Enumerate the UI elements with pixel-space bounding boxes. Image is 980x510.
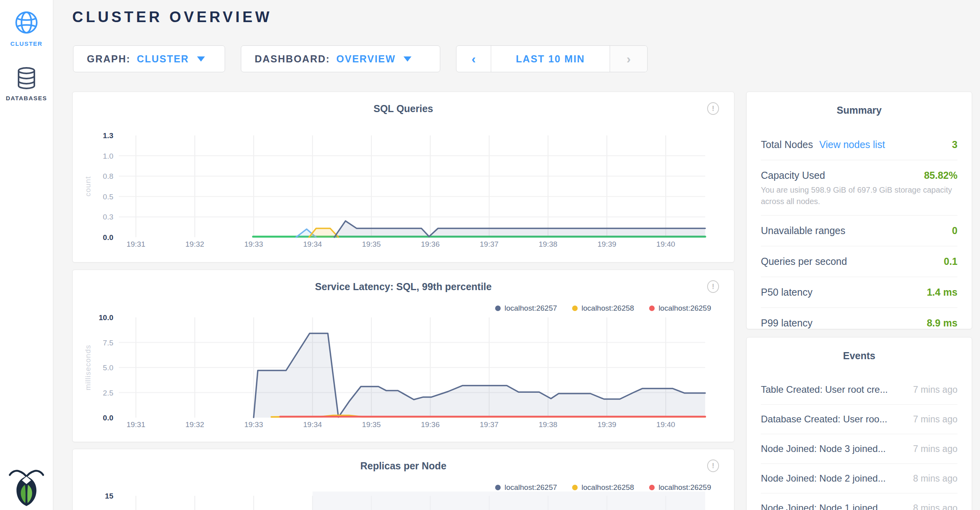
- time-window-selector: ‹ LAST 10 MIN ›: [456, 45, 648, 72]
- chevron-left-icon: ‹: [471, 52, 476, 66]
- svg-text:2.5: 2.5: [103, 389, 113, 397]
- summary-title: Summary: [761, 105, 957, 116]
- time-next-button[interactable]: ›: [610, 46, 647, 72]
- svg-text:0.8: 0.8: [103, 172, 113, 180]
- sidebar-item-label: DATABASES: [0, 95, 53, 101]
- svg-text:19:33: 19:33: [244, 240, 263, 248]
- p50-latency-label: P50 latency: [761, 287, 813, 298]
- replicas-per-node-chart-card: Replicas per Node ! localhost:26257 loca…: [72, 449, 734, 510]
- svg-text:19:31: 19:31: [126, 240, 145, 248]
- graph-dropdown-value: CLUSTER: [137, 53, 189, 65]
- event-text: Node Joined: Node 2 joined...: [761, 473, 886, 484]
- replicas-per-node-chart: 19:3119:3219:3319:3419:3519:3619:3719:38…: [73, 449, 735, 510]
- event-time: 7 mins ago: [913, 384, 957, 395]
- svg-text:count: count: [84, 176, 92, 196]
- summary-row-capacity: Capacity Used 85.82% You are using 598.9…: [761, 160, 957, 216]
- qps-label: Queries per second: [761, 256, 847, 267]
- svg-text:0.3: 0.3: [103, 213, 113, 221]
- svg-text:19:37: 19:37: [480, 240, 499, 248]
- chevron-down-icon: [197, 56, 205, 62]
- svg-text:19:35: 19:35: [362, 240, 381, 248]
- event-text: Database Created: User roo...: [761, 414, 887, 425]
- p50-latency-value: 1.4 ms: [927, 287, 957, 298]
- capacity-used-label: Capacity Used: [761, 170, 825, 181]
- svg-text:19:38: 19:38: [539, 420, 558, 429]
- dashboard-dropdown[interactable]: DASHBOARD: OVERVIEW: [241, 45, 440, 72]
- view-nodes-list-link[interactable]: View nodes list: [819, 139, 885, 150]
- globe-icon: [14, 29, 39, 36]
- svg-text:19:33: 19:33: [244, 420, 263, 429]
- summary-row-p50: P50 latency 1.4 ms: [761, 277, 957, 308]
- sql-queries-chart: 19:3119:3219:3319:3419:3519:3619:3719:38…: [73, 92, 735, 263]
- svg-text:19:37: 19:37: [480, 420, 499, 429]
- sidebar-item-label: CLUSTER: [0, 40, 53, 47]
- p99-latency-value: 8.9 ms: [927, 317, 957, 329]
- summary-row-p99: P99 latency 8.9 ms: [761, 308, 957, 338]
- graph-dropdown-label: GRAPH:: [87, 53, 131, 65]
- chevron-down-icon: [404, 56, 411, 62]
- svg-text:19:38: 19:38: [539, 240, 558, 248]
- svg-text:19:32: 19:32: [186, 240, 205, 248]
- total-nodes-value: 3: [952, 139, 957, 150]
- summary-row-qps: Queries per second 0.1: [761, 246, 957, 277]
- event-row: Database Created: User roo... 7 mins ago: [761, 405, 957, 434]
- page-title: CLUSTER OVERVIEW: [72, 9, 272, 26]
- cockroachdb-logo[interactable]: [0, 467, 53, 508]
- svg-text:10.0: 10.0: [99, 313, 113, 322]
- event-text: Node Joined: Node 3 joined...: [761, 443, 886, 454]
- event-row: Node Joined: Node 1 joined... 8 mins ago: [761, 493, 957, 510]
- svg-text:15: 15: [105, 492, 114, 500]
- summary-row-total-nodes: Total Nodes View nodes list 3: [761, 129, 957, 160]
- svg-text:0.0: 0.0: [103, 233, 113, 242]
- svg-text:0.5: 0.5: [103, 193, 113, 201]
- time-prev-button[interactable]: ‹: [456, 46, 491, 72]
- event-row: Node Joined: Node 3 joined... 7 mins ago: [761, 434, 957, 464]
- unavailable-ranges-label: Unavailable ranges: [761, 225, 845, 236]
- time-window-label: LAST 10 MIN: [516, 53, 585, 65]
- svg-text:19:39: 19:39: [597, 240, 616, 248]
- event-time: 7 mins ago: [913, 414, 957, 425]
- svg-text:19:39: 19:39: [597, 420, 616, 429]
- svg-text:milliseconds: milliseconds: [84, 345, 92, 390]
- svg-text:19:31: 19:31: [126, 420, 145, 429]
- svg-text:19:34: 19:34: [303, 240, 322, 248]
- event-text: Table Created: User root cre...: [761, 384, 888, 395]
- unavailable-ranges-value: 0: [952, 225, 957, 236]
- qps-value: 0.1: [944, 256, 957, 267]
- database-icon: [16, 84, 37, 90]
- graph-dropdown[interactable]: GRAPH: CLUSTER: [73, 45, 225, 72]
- event-time: 8 mins ago: [913, 503, 957, 510]
- svg-text:19:40: 19:40: [656, 240, 675, 248]
- sidebar: CLUSTER DATABASES: [0, 0, 53, 510]
- event-text: Node Joined: Node 1 joined...: [761, 502, 886, 510]
- event-row: Node Joined: Node 2 joined... 8 mins ago: [761, 464, 957, 493]
- svg-text:1.0: 1.0: [103, 152, 113, 160]
- sidebar-item-databases[interactable]: DATABASES: [0, 67, 53, 101]
- p99-latency-label: P99 latency: [761, 317, 813, 329]
- service-latency-chart-card: Service Latency: SQL, 99th percentile ! …: [72, 270, 734, 442]
- capacity-note: You are using 598.9 GiB of 697.9 GiB sto…: [761, 184, 957, 207]
- dashboard-dropdown-label: DASHBOARD:: [255, 53, 330, 65]
- svg-text:19:40: 19:40: [656, 420, 675, 429]
- svg-text:19:36: 19:36: [421, 240, 440, 248]
- svg-text:5.0: 5.0: [103, 364, 113, 372]
- svg-text:7.5: 7.5: [103, 339, 113, 347]
- service-latency-chart: 19:3119:3219:3319:3419:3519:3619:3719:38…: [73, 270, 735, 442]
- event-time: 8 mins ago: [913, 473, 957, 484]
- summary-row-unavailable-ranges: Unavailable ranges 0: [761, 216, 957, 246]
- time-window-dropdown[interactable]: LAST 10 MIN: [491, 46, 610, 72]
- event-row: Table Created: User root cre... 7 mins a…: [761, 375, 957, 405]
- svg-text:19:35: 19:35: [362, 420, 381, 429]
- sidebar-item-cluster[interactable]: CLUSTER: [0, 10, 53, 47]
- events-panel: Events Table Created: User root cre... 7…: [746, 337, 972, 510]
- svg-text:1.3: 1.3: [103, 131, 113, 140]
- summary-panel: Summary Total Nodes View nodes list 3 Ca…: [746, 92, 972, 329]
- svg-text:0.0: 0.0: [103, 414, 113, 422]
- capacity-used-value: 85.82%: [924, 170, 957, 181]
- svg-text:19:36: 19:36: [421, 420, 440, 429]
- svg-text:19:32: 19:32: [186, 420, 205, 429]
- chevron-right-icon: ›: [627, 52, 631, 66]
- sql-queries-chart-card: SQL Queries ! 19:3119:3219:3319:3419:351…: [72, 92, 734, 262]
- event-time: 7 mins ago: [913, 444, 957, 454]
- total-nodes-label: Total Nodes: [761, 139, 813, 150]
